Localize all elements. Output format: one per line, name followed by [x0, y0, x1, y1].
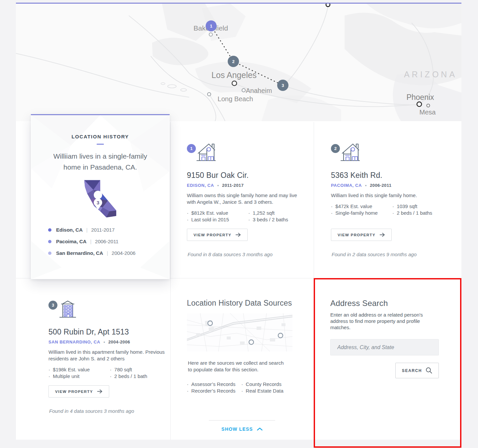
property-city-link[interactable]: PACOIMA, CA [331, 183, 362, 188]
view-property-button[interactable]: VIEW PROPERTY [187, 229, 248, 241]
data-sources-card: Location History Data Sources [187, 299, 296, 395]
fact-est-value: $812k Est. value [187, 210, 248, 217]
map-marker-3-label: 3 [281, 83, 284, 88]
column-divider [170, 122, 171, 440]
property-description: William lived in this single family home… [331, 192, 451, 199]
entry-city: Edison, CA [56, 227, 83, 233]
view-property-label: VIEW PROPERTY [194, 233, 231, 237]
timeline-dot [48, 240, 51, 243]
map-label-phoenix: Phoenix [406, 93, 434, 102]
separator [104, 340, 105, 344]
property-years: 2004-2006 [108, 339, 130, 344]
separator [365, 183, 366, 188]
address-search-input[interactable] [330, 339, 439, 355]
location-history-list: Edison, CA 2011-2017 Pacoima, CA 2006-20… [48, 227, 170, 256]
fact-est-value: $472k Est. value [331, 203, 392, 210]
source-item: County Records [241, 381, 296, 388]
view-property-button[interactable]: VIEW PROPERTY [48, 385, 109, 398]
property-card-2: 2 5363 Keith Rd. PACOIMA, CA [331, 142, 451, 263]
column-divider [314, 122, 314, 440]
property-address: 9150 Bur Oak Cir. [187, 171, 307, 180]
property-number-badge: 3 [48, 301, 57, 310]
property-address: 500 Rubin Dr, Apt 1513 [48, 328, 169, 336]
property-city-link[interactable]: SAN BERNARDINO, CA [48, 339, 100, 344]
show-less-area: SHOW LESS [170, 420, 314, 432]
divider-line [209, 420, 275, 421]
fact-est-value: $198k Est. value [48, 367, 110, 373]
map-label-anaheim: Anaheim [246, 87, 272, 94]
arrow-right-icon [380, 233, 385, 237]
address-search-card: Address Search Enter an old address or a… [330, 299, 440, 378]
separator [90, 239, 92, 244]
property-description: William owns this single family home and… [187, 192, 307, 205]
street-map-thumbnail [187, 313, 292, 351]
location-summary-text: Williiam lives in a single-family home i… [45, 151, 155, 173]
arrow-right-icon [236, 233, 241, 237]
data-sources-description: Here are the sources we collect and sear… [188, 360, 287, 373]
map-label-los-angeles: Los Angeles [211, 70, 257, 80]
map-label-mesa: Mesa [420, 109, 436, 116]
property-description: William lived in this apartment family h… [48, 349, 169, 362]
address-search-title: Address Search [330, 299, 440, 308]
search-button-label: SEARCH [402, 368, 422, 373]
location-history-title: LOCATION HISTORY [31, 134, 170, 139]
location-entry: Pacoima, CA 2006-2011 [48, 239, 170, 244]
separator [86, 227, 88, 233]
arrow-right-icon [97, 389, 103, 394]
data-sources-title: Location History Data Sources [187, 299, 296, 308]
view-property-label: VIEW PROPERTY [338, 233, 375, 237]
property-facts: $472k Est. value Single-family home 1039… [331, 203, 451, 217]
fact-last-sold: Last sold in 2015 [187, 217, 248, 223]
location-history-summary-card: LOCATION HISTORY Williiam lives in a sin… [31, 114, 170, 279]
property-card-3: 3 500 Rubin Dr, Apt 1513 SAN BE [48, 299, 169, 420]
title-underline [97, 144, 104, 145]
property-facts: $198k Est. value Multiple unit 780 sqft … [48, 367, 169, 380]
view-property-button[interactable]: VIEW PROPERTY [331, 229, 392, 241]
location-entry: Edison, CA 2011-2017 [48, 227, 170, 233]
show-less-label: SHOW LESS [221, 426, 253, 432]
property-card-1: 1 9150 Bur Oak Cir. EDISON, CA [187, 142, 307, 263]
fact-beds-baths: 3 beds / 2 baths [248, 217, 307, 223]
apartment-building-icon [57, 299, 78, 319]
fact-sqft: 1,252 sqft [248, 210, 307, 217]
property-number-badge: 1 [187, 144, 196, 153]
fact-beds-baths: 2 beds / 1 baths [392, 210, 451, 217]
property-address: 5363 Keith Rd. [331, 171, 451, 180]
house-icon [196, 142, 217, 162]
data-sources-list: Assessor’s Records Recorder’s Records Co… [187, 381, 296, 395]
address-search-description: Enter an old address or a related person… [330, 312, 440, 331]
state-pin-label: 3 [97, 200, 99, 205]
entry-years: 2006-2011 [95, 239, 119, 244]
chevron-up-icon [257, 427, 263, 431]
data-sources-footnote: Found in 4 data sources 3 months ago [49, 408, 134, 414]
region-map: Bakersfield Los Angeles Anaheim Long Bea… [16, 4, 461, 121]
fact-sqft: 780 sqft [110, 367, 169, 373]
timeline-dot [48, 252, 51, 255]
data-sources-footnote: Found in 8 data sources 3 months ago [188, 252, 273, 257]
entry-years: 2004-2006 [112, 250, 135, 256]
entry-city: San Bernardino, CA [56, 250, 103, 256]
entry-years: 2011-2017 [91, 227, 115, 233]
location-entry: San Bernardino, CA 2004-2006 [48, 250, 170, 256]
view-property-label: VIEW PROPERTY [55, 390, 93, 394]
source-item: Real Estate Data [241, 388, 296, 395]
house-icon [340, 142, 361, 162]
show-less-button[interactable]: SHOW LESS [221, 426, 263, 432]
map-label-arizona: ARIZONA [404, 70, 457, 79]
location-history-section: Bakersfield Los Angeles Anaheim Long Bea… [16, 3, 461, 440]
fact-beds-baths: 2 beds / 1 bath [110, 373, 169, 380]
timeline-dot [48, 228, 51, 232]
source-item: Recorder’s Records [187, 388, 241, 395]
property-facts: $812k Est. value Last sold in 2015 1,252… [187, 210, 307, 223]
property-number-badge: 2 [331, 144, 340, 153]
map-label-long-beach: Long Beach [218, 95, 253, 103]
search-button[interactable]: SEARCH [395, 363, 439, 378]
separator [217, 183, 219, 188]
map-marker-2-label: 2 [232, 59, 234, 64]
fact-home-type: Multiple unit [48, 373, 110, 380]
fact-home-type: Single-family home [331, 210, 392, 217]
property-years: 2011-2017 [222, 183, 244, 188]
separator [107, 251, 108, 256]
property-city-link[interactable]: EDISON, CA [187, 183, 214, 188]
search-icon [426, 367, 432, 374]
